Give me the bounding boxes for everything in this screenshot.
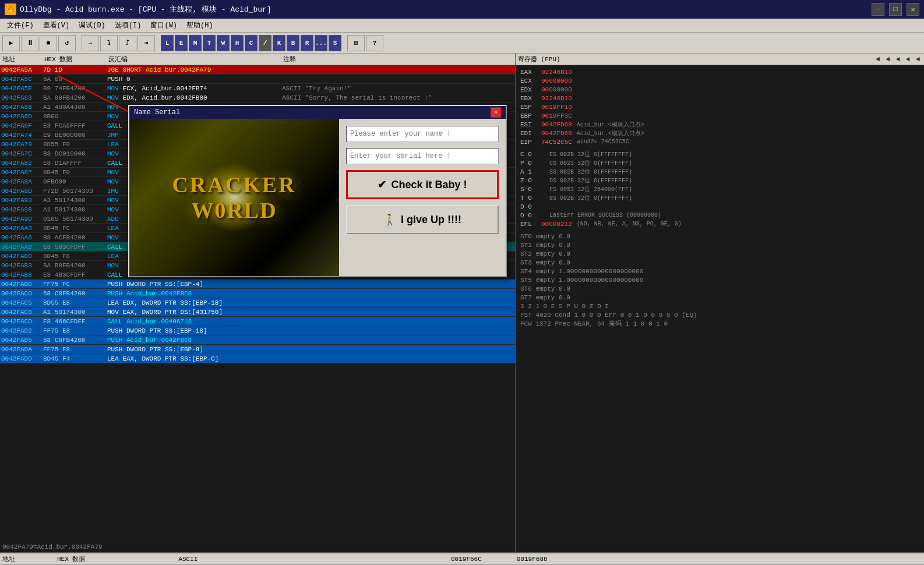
hex-ascii-label: ASCII [178,556,198,563]
tb-H[interactable]: H [231,35,244,51]
tb-slash[interactable]: / [259,35,271,51]
cracker-title-bottom: W0RLD [191,197,277,223]
dialog-body: CRACKER W0RLD ✔ Check it Baby ! 🚶 I give… [129,119,506,276]
maximize-button[interactable]: □ [889,3,902,16]
asm-row[interactable]: 0042FACD E8 466CFDFF CALL Acid_bur.00406… [0,317,515,326]
menu-window[interactable]: 窗口(W) [146,19,182,31]
window-title: OllyDbg - Acid burn.exe - [CPU - 主线程, 模块… [20,4,271,15]
tb-help[interactable]: ? [366,35,383,51]
flag-s: S 0 FS 0053 32位 254000(FFF) [520,185,919,193]
flag-o: O 0 LastErr ERROR_SUCCESS (00000000) [520,211,919,220]
fpu-st4: ST4 empty 1.00000000000000000000 [520,267,919,276]
tb-W[interactable]: W [217,35,230,51]
stack-header: 0019F66C 0019F688 [449,553,924,565]
reg-nav-prev4[interactable]: ◄ [904,55,912,63]
header-hex: HEX 数据 [44,55,108,63]
fpu-fcw: FCW 1372 Prec NEAR, 64 掩码 1 1 0 0 1 0 [520,319,919,328]
give-up-button[interactable]: 🚶 I give Up !!!! [346,205,499,234]
tb-C[interactable]: C [245,35,258,51]
tb-restart[interactable]: ↺ [58,35,76,51]
asm-row[interactable]: 0042FAD5 68 C8FB4200 PUSH Acid_bur.0042F… [0,336,515,345]
reg-esi: ESI 0042FD68 Acid_bur.<模块入口点> [520,120,919,129]
hex-dump-header: 地址 HEX 数据 ASCII [0,553,449,565]
menu-file[interactable]: 文件(F) [2,19,38,31]
asm-row[interactable]: 0042FADD 8D45 F4 LEA EAX, DWORD PTR SS:[… [0,354,515,363]
tb-step-out[interactable]: ⤴ [119,35,136,51]
check-button[interactable]: ✔ Check it Baby ! [346,170,499,199]
menu-options[interactable]: 选项(I) [110,19,146,31]
window-controls: ─ □ ✕ [872,3,919,16]
tb-trace[interactable]: ⇥ [137,35,155,51]
reg-eip: EIP 74C52C5C win32u.74C52C5C [520,137,919,146]
dialog-close-button[interactable]: × [491,107,501,118]
asm-row[interactable]: 0042FA5A 7D 1D JGE SHORT Acid_bur.0042FA… [0,65,515,75]
tb-dots[interactable]: ... [315,35,327,51]
stack-col2: 0019F688 [517,556,548,563]
asm-row[interactable]: 0042FA63 BA 80FB4200 MOV EDX, Acid_bur.0… [0,93,515,103]
dialog-title-bar: Name Serial × [129,106,506,119]
asm-footer: 0042FA79=Acid_bur.0042FA79 [0,542,515,552]
reg-header-label: 寄存器 (FPU) [518,55,560,63]
registers-header: 寄存器 (FPU) ◄ ◄ ◄ ◄ ◄ [516,54,924,65]
reg-nav-prev2[interactable]: ◄ [884,55,891,63]
asm-row[interactable]: 0042FAD2 FF75 E8 PUSH DWORD PTR SS:[EBP-… [0,326,515,336]
flag-z: Z 0 DS 002B 32位 0(FFFFFFFF) [520,176,919,185]
give-up-icon: 🚶 [383,213,396,226]
serial-input[interactable] [346,148,499,164]
dialog-controls: ✔ Check it Baby ! 🚶 I give Up !!!! [339,119,506,276]
asm-row[interactable]: 0042FABD FF75 FC PUSH DWORD PTR SS:[EBP-… [0,280,515,289]
asm-row[interactable]: 0042FAC0 68 C8FB4200 PUSH Acid_bur.0042F… [0,289,515,298]
name-input[interactable] [346,126,499,142]
asm-row[interactable]: 0042FAC5 8D55 E8 LEA EDX, DWORD PTR SS:[… [0,298,515,308]
menu-bar: 文件(F) 查看(V) 调试(D) 选项(I) 窗口(W) 帮助(H) [0,19,924,33]
fpu-st3: ST3 empty 0.0 [520,258,919,267]
asm-row[interactable]: 0042FADA FF75 F8 PUSH DWORD PTR SS:[EBP-… [0,345,515,354]
fpu-st7: ST7 empty 0.0 [520,293,919,302]
tb-pause[interactable]: ⏸ [21,35,38,51]
tb-step-into[interactable]: → [82,35,99,51]
dialog-title: Name Serial [134,108,180,116]
give-up-label: I give Up !!!! [401,214,461,226]
reg-eax: EAX 02246D10 [520,68,919,76]
tb-run[interactable]: ▶ [2,35,20,51]
dialog-window: Name Serial × CRACKER W0RLD ✔ Check it B… [128,105,507,277]
disassembly-header: 地址 HEX 数据 反汇编 注释 [0,54,515,65]
fpu-st1: ST1 empty 0.0 [520,241,919,249]
close-button[interactable]: ✕ [907,3,919,16]
reg-nav-prev3[interactable]: ◄ [894,55,901,63]
hex-data-label: HEX 数据 [57,555,85,563]
asm-row[interactable]: 0042FA5C 6A 00 PUSH 0 [0,75,515,84]
tb-T[interactable]: T [203,35,216,51]
fpu-st6: ST6 empty 0.0 [520,284,919,293]
check-icon: ✔ [378,178,386,191]
tb-E[interactable]: E [175,35,188,51]
asm-row[interactable]: 0042FAC8 A1 50174300 MOV EAX, DWORD PTR … [0,308,515,317]
menu-view[interactable]: 查看(V) [38,19,75,31]
asm-row[interactable]: 0042FA5E B9 74FB4200 MOV ECX, Acid_bur.0… [0,84,515,93]
minimize-button[interactable]: ─ [872,3,884,16]
menu-help[interactable]: 帮助(H) [182,19,218,31]
tb-M[interactable]: M [189,35,202,51]
cracker-title-top: CRACKER [172,172,296,197]
hex-dump-panel: 地址 HEX 数据 ASCII 00430000 32 13 8B C0 02 … [0,553,449,565]
flag-a: A 1 SS 002B 32位 0(FFFFFFFF) [520,167,919,176]
tb-L[interactable]: L [161,35,174,51]
dialog-overlay: Name Serial × CRACKER W0RLD ✔ Check it B… [128,105,507,277]
header-comment: 注释 [283,55,296,63]
tb-S[interactable]: S [329,35,341,51]
tb-K[interactable]: K [273,35,285,51]
stack-col1: 0019F66C [451,556,482,563]
tb-stop[interactable]: ■ [40,35,57,51]
fpu-st5: ST5 empty 1.00000000000000000000 [520,276,919,284]
menu-debug[interactable]: 调试(D) [74,19,110,31]
tb-step-over[interactable]: ⤵ [100,35,118,51]
reg-nav-prev5[interactable]: ◄ [914,55,922,63]
check-label: Check it Baby ! [391,179,467,191]
tb-grid[interactable]: ⊞ [347,35,365,51]
registers-content: EAX 02246D10 ECX 00000000 EDX 00000000 E… [516,65,924,552]
flag-d: D 0 [520,202,919,211]
fpu-st0: ST0 empty 0.0 [520,232,919,241]
tb-R[interactable]: R [301,35,313,51]
reg-nav-prev1[interactable]: ◄ [874,55,881,63]
tb-B[interactable]: B [287,35,299,51]
